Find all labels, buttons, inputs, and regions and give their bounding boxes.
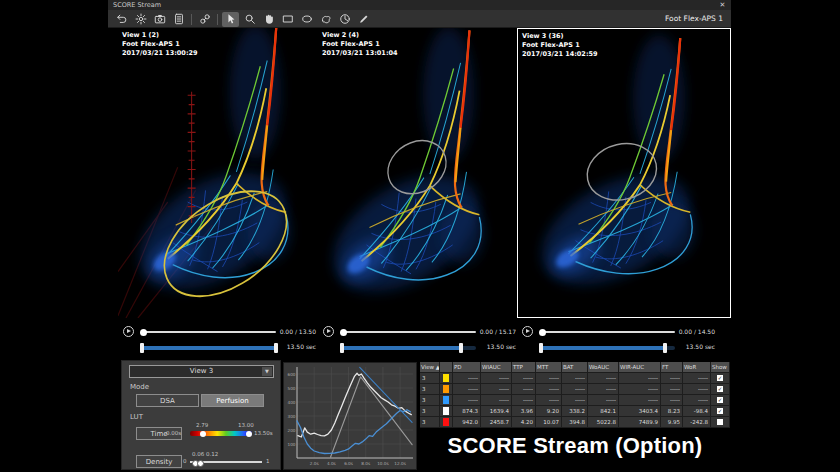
range-handle-left[interactable] (539, 343, 543, 353)
cell-value: ----- (562, 384, 588, 395)
pan-icon[interactable] (260, 12, 277, 27)
range-handle-left[interactable] (140, 343, 144, 353)
play-button[interactable] (323, 326, 334, 337)
table-header-cell[interactable] (440, 362, 453, 373)
table-header-cell[interactable]: WoR (683, 362, 711, 373)
cell-value: ----- (588, 373, 619, 384)
cell-value: -242.8 (683, 417, 711, 428)
perfusion-button[interactable]: Perfusion (201, 394, 264, 407)
density-low-value: 0.06 (192, 451, 204, 457)
undo-icon[interactable] (113, 12, 130, 27)
play-button[interactable] (123, 326, 134, 337)
table-row[interactable]: 3---------------------------------------… (420, 395, 730, 406)
settings-icon[interactable] (132, 12, 149, 27)
table-header-cell[interactable]: WIR-AUC (619, 362, 661, 373)
dsa-button[interactable]: DSA (136, 394, 199, 407)
table-row[interactable]: 3942.02458.74.2010.07394.85022.87489.99.… (420, 417, 730, 428)
lut-handle-high[interactable] (246, 431, 252, 437)
show-checkbox-cell: ✓ (711, 373, 730, 384)
show-checkbox[interactable]: ✓ (717, 375, 723, 381)
cell-view: 3 (420, 373, 440, 384)
lut-density-button[interactable]: Density (136, 455, 182, 468)
score-stream-window: SCORE Stream ✕ Foot Flex-APS 1 (108, 0, 731, 472)
viewport-3-selected[interactable]: View 3 (36)Foot Flex-APS 12017/03/21 14:… (517, 28, 731, 318)
roi-color-swatch (440, 373, 453, 384)
time-slider-low-value: 2.79 (196, 422, 208, 428)
progress-handle[interactable] (340, 329, 347, 336)
zoom-icon[interactable] (241, 12, 258, 27)
table-header-cell[interactable]: PD (453, 362, 481, 373)
table-header-cell[interactable]: BAT (562, 362, 588, 373)
table-row[interactable]: 3---------------------------------------… (420, 384, 730, 395)
roi-color-swatch (440, 417, 453, 428)
cell-view: 3 (420, 395, 440, 406)
range-slider[interactable] (541, 346, 675, 350)
show-checkbox[interactable] (717, 419, 723, 425)
freehand-roi-icon[interactable] (317, 12, 334, 27)
cell-value: 10.07 (536, 417, 562, 428)
lut-handle-low[interactable] (200, 431, 206, 437)
cell-value: ----- (619, 395, 661, 406)
view-select-dropdown[interactable]: View 3 ▼ (129, 365, 274, 378)
toolbar: Foot Flex-APS 1 (108, 10, 731, 28)
perfusion-parameter-table: View ▲PDWIAUCTTPMTTBATWoAUCWIR-AUCFTWoRS… (420, 362, 730, 428)
table-header-cell[interactable]: MTT (536, 362, 562, 373)
density-handle-high[interactable] (197, 460, 204, 467)
chevron-down-icon[interactable]: ▼ (262, 367, 272, 376)
progress-slider[interactable] (541, 331, 675, 333)
svg-text:500: 500 (288, 386, 296, 391)
camera-icon[interactable] (151, 12, 168, 27)
perfusion-table-body: 3---------------------------------------… (420, 373, 730, 428)
table-header-cell[interactable]: FT (661, 362, 683, 373)
cell-view: 3 (420, 406, 440, 417)
progress-handle[interactable] (140, 329, 147, 336)
range-slider[interactable] (342, 346, 476, 350)
svg-text:10.0s: 10.0s (377, 461, 389, 466)
lut-gradient-slider[interactable] (190, 431, 252, 436)
table-header-cell[interactable]: TTP (512, 362, 536, 373)
progress-slider[interactable] (142, 331, 276, 333)
mode-label: Mode (130, 383, 149, 391)
table-header-cell[interactable]: WoAUC (588, 362, 619, 373)
rect-roi-icon[interactable] (279, 12, 296, 27)
cell-value: 4.20 (512, 417, 536, 428)
report-icon[interactable] (170, 12, 187, 27)
viewport-2[interactable]: View 2 (4)Foot Flex-APS 12017/03/21 13:0… (318, 28, 516, 318)
table-header-cell[interactable]: Show (711, 362, 730, 373)
pointer-icon[interactable] (222, 12, 239, 27)
show-checkbox[interactable]: ✓ (717, 397, 723, 403)
svg-text:2.0s: 2.0s (310, 461, 319, 466)
playback-view2: 0.00 / 15.17 13.50 sec (318, 318, 516, 358)
view3-header: View 3 (36)Foot Flex-APS 12017/03/21 14:… (522, 32, 598, 58)
chart-canvas: 1002003004005006002.0s4.0s6.0s8.0s10.0s1… (284, 363, 416, 469)
show-checkbox[interactable]: ✓ (717, 386, 723, 392)
link-icon[interactable] (196, 12, 213, 27)
cell-value: ----- (619, 373, 661, 384)
cell-value: ----- (512, 395, 536, 406)
viewport-1[interactable]: View 1 (2)Foot Flex-APS 12017/03/21 13:0… (118, 28, 317, 318)
pencil-icon[interactable] (355, 12, 372, 27)
range-handle-right[interactable] (459, 343, 463, 353)
play-button[interactable] (522, 326, 533, 337)
range-slider[interactable] (142, 346, 276, 350)
progress-handle[interactable] (539, 329, 546, 336)
range-handle-left[interactable] (340, 343, 344, 353)
density-slider[interactable] (190, 461, 262, 463)
cell-value: ----- (536, 373, 562, 384)
range-display: 13.50 sec (276, 343, 316, 350)
cell-value: ----- (588, 384, 619, 395)
lut-label: LUT (130, 413, 143, 421)
clock-icon[interactable] (336, 12, 353, 27)
show-checkbox[interactable]: ✓ (717, 408, 723, 414)
table-row[interactable]: 3---------------------------------------… (420, 373, 730, 384)
table-header-cell[interactable]: View ▲ (420, 362, 440, 373)
time-slider-high-value: 13.00 (238, 422, 254, 428)
table-header-cell[interactable]: WIAUC (481, 362, 512, 373)
time-display: 0.00 / 13.50 (276, 328, 316, 335)
table-row[interactable]: 3874.31639.43.969.20338.2842.13403.48.23… (420, 406, 730, 417)
angiogram-image-3 (518, 29, 730, 317)
ellipse-roi-icon[interactable] (298, 12, 315, 27)
progress-slider[interactable] (342, 331, 476, 333)
close-icon[interactable]: ✕ (718, 1, 727, 9)
range-handle-right[interactable] (663, 343, 667, 353)
